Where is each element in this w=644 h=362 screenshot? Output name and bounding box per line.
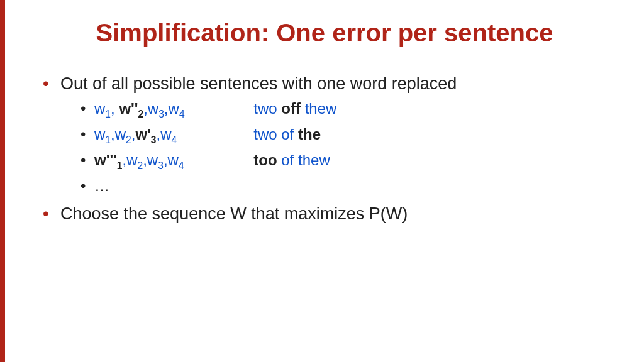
bullet-1-text: Out of all possible sentences with one w…: [60, 74, 457, 93]
sequence: w1, w''2,w3,w4: [94, 99, 233, 121]
word-token: w4: [160, 126, 177, 143]
phrase: two of the: [253, 126, 321, 143]
bullet-item-2: Choose the sequence W that maximizes P(W…: [43, 202, 613, 225]
word-token: w'3: [135, 126, 156, 143]
bullet-2-text: Choose the sequence W that maximizes P(W…: [60, 204, 408, 223]
example-item: w1,w2,w'3,w4 two of the: [80, 124, 613, 146]
word-token: w4: [169, 100, 185, 117]
slide-title: Simplification: One error per sentence: [36, 19, 613, 47]
word-token: w'''1: [94, 151, 122, 168]
phrase: too of thew: [253, 151, 330, 168]
word-token: w3: [148, 100, 164, 117]
word-token: w1: [94, 100, 111, 117]
word-token: w''2: [119, 100, 143, 117]
sequence: w1,w2,w'3,w4: [94, 124, 233, 146]
word-token: w2: [115, 126, 131, 143]
ellipsis-item: …: [80, 176, 613, 196]
word-token: w2: [126, 151, 143, 168]
bullet-item-1: Out of all possible sentences with one w…: [43, 72, 613, 196]
word-token: w3: [147, 151, 164, 168]
bullet-list-level2: w1, w''2,w3,w4 two off theww1,w2,w'3,w4 …: [60, 99, 613, 196]
example-item: w1, w''2,w3,w4 two off thew: [80, 99, 613, 121]
sequence: w'''1,w2,w3,w4: [94, 150, 233, 172]
bullet-list-level1: Out of all possible sentences with one w…: [36, 72, 613, 226]
word-token: w1: [94, 126, 111, 143]
slide: Simplification: One error per sentence O…: [5, 0, 644, 243]
word-token: w4: [168, 151, 184, 168]
phrase: two off thew: [253, 100, 336, 117]
example-item: w'''1,w2,w3,w4 too of thew: [80, 150, 613, 172]
